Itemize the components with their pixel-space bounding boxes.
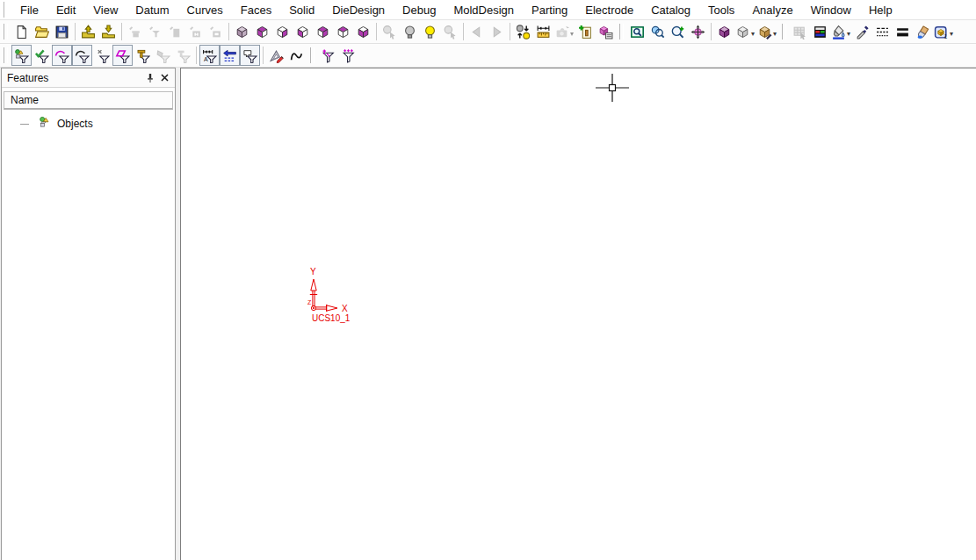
view-bottom-icon [356, 25, 371, 39]
trim-filter-button[interactable] [318, 45, 338, 66]
die-tool-b-icon [148, 25, 163, 39]
toolbar-grip[interactable] [4, 24, 8, 39]
view-isometric-button[interactable] [232, 21, 252, 42]
menu-item-catalog[interactable]: Catalog [642, 1, 699, 19]
new-file-button[interactable] [11, 21, 32, 42]
view-right-icon [315, 25, 330, 39]
select-accept-filter-button[interactable] [32, 45, 52, 66]
view-front-button[interactable] [252, 21, 272, 42]
menu-item-molddesign[interactable]: MoldDesign [445, 1, 523, 19]
sketch-icon [269, 48, 284, 63]
list-filter-button[interactable] [220, 45, 240, 66]
fill-color-button[interactable]: ▾ [830, 21, 852, 42]
menu-item-window[interactable]: Window [802, 1, 860, 19]
toolbar-grip[interactable] [310, 47, 314, 63]
menubar-grip[interactable] [4, 2, 8, 18]
bulb-off-icon [402, 25, 417, 39]
graphics-canvas[interactable]: Y X Z UCS10_1 [180, 68, 976, 560]
die-tool-d-icon [188, 25, 203, 39]
menu-item-help[interactable]: Help [860, 1, 901, 19]
toolbar-separator [376, 23, 377, 40]
face-filter-button[interactable] [112, 45, 133, 66]
die-tool-a-button [125, 21, 145, 42]
vertex-filter-button[interactable] [92, 45, 112, 66]
zoom-fit-button[interactable] [627, 21, 647, 42]
import-folder-button[interactable] [78, 21, 98, 42]
menu-item-file[interactable]: File [11, 1, 47, 19]
toolbar-selection-filters: A [0, 44, 976, 68]
zoom-selected-icon [650, 25, 665, 39]
curve-filter-button[interactable] [52, 45, 72, 66]
toggle-shade-button[interactable] [513, 21, 533, 42]
toolbar-grip[interactable] [4, 47, 8, 63]
color-table-icon [813, 25, 828, 39]
bulb-pick-button [440, 21, 460, 42]
ucs-marker[interactable]: Y X Z UCS10_1 [298, 265, 361, 328]
menu-item-analyze[interactable]: Analyze [743, 1, 801, 19]
menu-item-parting[interactable]: Parting [523, 1, 576, 19]
menu-item-debug[interactable]: Debug [394, 1, 445, 19]
zoom-area-button[interactable] [668, 21, 688, 42]
dimension-filter-button[interactable]: A [199, 45, 220, 66]
line-style-icon [875, 25, 890, 39]
annotation-filter-button[interactable] [240, 45, 260, 66]
close-icon[interactable] [157, 71, 172, 85]
render-brush-button[interactable] [913, 21, 933, 42]
feature-filter-button[interactable] [133, 45, 153, 66]
menu-item-curves[interactable]: Curves [178, 1, 232, 19]
toolbar-grip[interactable] [619, 24, 624, 39]
zoom-selected-button[interactable] [647, 21, 668, 42]
select-objects-filter-icon [14, 48, 29, 63]
menu-item-solid[interactable]: Solid [280, 1, 323, 19]
view-top-button[interactable] [333, 21, 353, 42]
view-right-button[interactable] [313, 21, 333, 42]
measure-button[interactable] [533, 21, 553, 42]
view-left-button[interactable] [293, 21, 313, 42]
model-info-button[interactable] [596, 21, 616, 42]
pin-icon[interactable] [142, 71, 157, 85]
line-style-button[interactable] [872, 21, 893, 42]
toolbar-separator [711, 23, 712, 40]
wireframe-view-button[interactable]: ▾ [734, 21, 756, 42]
die-tool-a-icon [127, 25, 142, 39]
section-view-button[interactable]: ▾ [756, 21, 778, 42]
features-panel-header: Features [2, 68, 175, 88]
sketch-button[interactable] [266, 45, 286, 66]
menu-item-electrode[interactable]: Electrode [576, 1, 642, 19]
bulb-off-button[interactable] [400, 21, 420, 42]
layer-manager-button[interactable]: 1▾ [933, 21, 955, 42]
curve-sketch-button[interactable] [286, 45, 307, 66]
toolbar-grip[interactable] [782, 24, 786, 39]
edge-filter-button[interactable] [72, 45, 92, 66]
highlight-button [380, 21, 400, 42]
menu-item-tools[interactable]: Tools [699, 1, 743, 19]
pan-button[interactable] [688, 21, 708, 42]
view-bottom-button[interactable] [353, 21, 373, 42]
menu-items: FileEditViewDatumCurvesFacesSolidDieDesi… [11, 1, 901, 19]
die-tool-e-icon [208, 25, 223, 39]
toolbar-separator [463, 23, 464, 40]
tree-expander-icon[interactable] [20, 124, 29, 125]
save-button[interactable] [52, 21, 72, 42]
menu-item-datum[interactable]: Datum [127, 1, 177, 19]
export-folder-button[interactable] [98, 21, 119, 42]
color-table-button[interactable] [810, 21, 830, 42]
menu-item-view[interactable]: View [84, 1, 127, 19]
select-objects-filter-button[interactable] [11, 45, 32, 66]
new-drawing-button[interactable] [575, 21, 596, 42]
bulb-on-button[interactable] [420, 21, 440, 42]
augment-filter-button[interactable] [338, 45, 358, 66]
line-width-button[interactable] [893, 21, 913, 42]
tree-item-objects[interactable]: Objects [2, 116, 175, 132]
menu-item-diedesign[interactable]: DieDesign [323, 1, 394, 19]
fill-color-icon [831, 25, 846, 39]
open-folder-button[interactable] [32, 21, 52, 42]
snapshot-icon [554, 25, 569, 39]
shaded-view-button[interactable] [714, 21, 734, 42]
bulb-pick-icon [443, 25, 458, 39]
open-folder-icon [34, 25, 49, 39]
view-back-button[interactable] [272, 21, 293, 42]
color-picker-button[interactable] [852, 21, 872, 42]
menu-item-edit[interactable]: Edit [47, 1, 84, 19]
menu-item-faces[interactable]: Faces [232, 1, 280, 19]
